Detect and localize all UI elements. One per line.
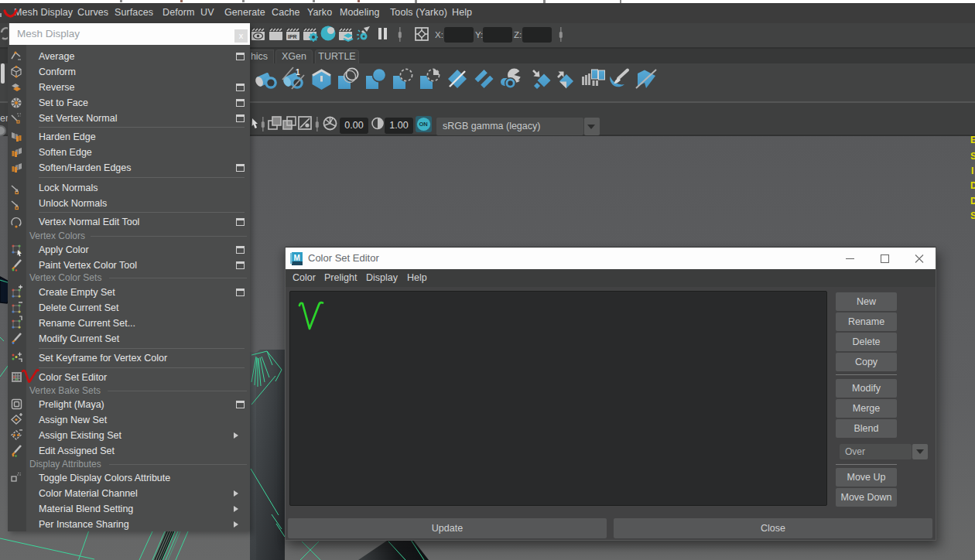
svg-text:1: 1	[296, 68, 300, 77]
svg-text:IPR: IPR	[288, 34, 297, 39]
svg-text:M: M	[294, 254, 300, 262]
svg-text:Z:: Z:	[514, 30, 522, 39]
svg-text:X:: X:	[435, 30, 443, 39]
svg-text:ON: ON	[419, 121, 427, 128]
svg-text:Y:: Y:	[475, 30, 483, 39]
